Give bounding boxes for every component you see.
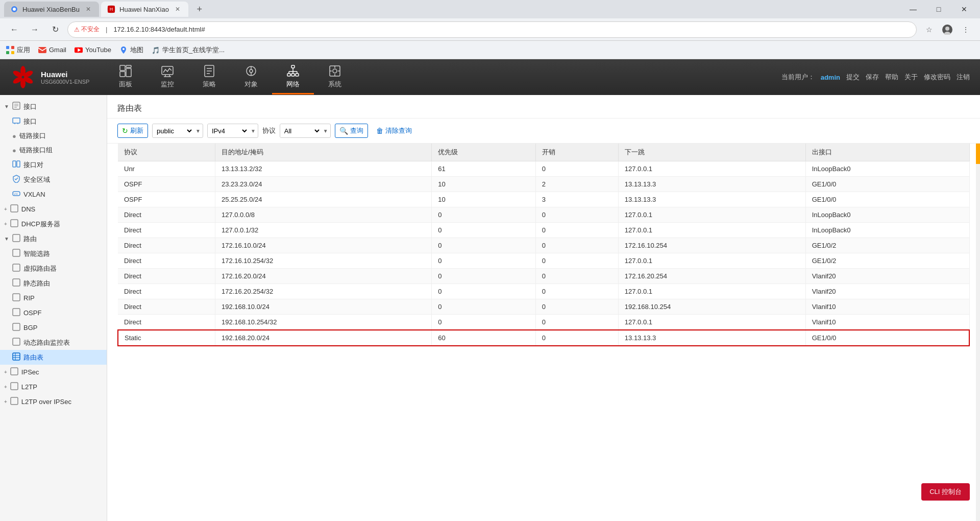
bookmark-youtube[interactable]: YouTube	[75, 46, 111, 54]
scrollbar-track[interactable]	[976, 144, 980, 521]
current-user-value: admin	[821, 74, 840, 81]
table-row[interactable]: Direct192.168.10.0/2400192.168.10.254Vla…	[118, 299, 969, 315]
sidebar-item-link-interface[interactable]: ● 链路接口	[0, 129, 107, 143]
sidebar-item-l2tp[interactable]: + L2TP	[0, 380, 107, 394]
maximize-button[interactable]: □	[927, 2, 950, 17]
nav-items: 面板 监控 策略 对象	[105, 60, 781, 94]
cell-protocol: OSPF	[118, 192, 215, 207]
svg-rect-7	[6, 46, 9, 49]
sidebar-item-link-interface-group[interactable]: ● 链路接口组	[0, 143, 107, 157]
refresh-button[interactable]: ↻ 刷新	[117, 124, 148, 138]
sidebar-item-interface[interactable]: 接口	[0, 114, 107, 129]
sidebar-item-interface-group[interactable]: ▼ 接口	[0, 99, 107, 114]
sidebar-item-dhcp[interactable]: + DHCP服务器	[0, 217, 107, 231]
query-button[interactable]: 🔍 查询	[335, 124, 368, 138]
sidebar-item-vxlan[interactable]: VX VXLAN	[0, 187, 107, 202]
col-priority: 优先级	[432, 144, 535, 161]
table-row[interactable]: Direct172.16.10.254/3200127.0.0.1GE1/0/2	[118, 253, 969, 269]
sidebar-item-static-route[interactable]: 静态路由	[0, 276, 107, 291]
sidebar-item-smart-routing[interactable]: 智能选路	[0, 246, 107, 261]
forward-button[interactable]: →	[27, 21, 43, 38]
table-row[interactable]: Direct172.16.20.254/3200127.0.0.1Vlanif2…	[118, 284, 969, 299]
sidebar-item-routing-group[interactable]: ▼ 路由	[0, 231, 107, 246]
nav-item-network[interactable]: 网络	[272, 60, 314, 94]
bookmark-maps[interactable]: 地图	[119, 45, 143, 55]
cell-priority: 0	[432, 238, 535, 253]
table-row[interactable]: OSPF23.23.23.0/2410213.13.13.3GE1/0/0	[118, 177, 969, 192]
app-body: ▼ 接口 接口 ● 链路接口 ● 链路接口组	[0, 95, 980, 521]
nav-item-object[interactable]: 对象	[230, 60, 272, 94]
minimize-button[interactable]: —	[901, 2, 925, 17]
cell-cost: 0	[535, 161, 618, 177]
tab-1-close[interactable]: ✕	[84, 5, 93, 14]
cell-destination: 13.13.13.2/32	[215, 161, 431, 177]
nav-save[interactable]: 保存	[866, 73, 879, 82]
ip-version-select-group[interactable]: IPv4 ▼	[207, 124, 258, 138]
sidebar-item-virtual-router[interactable]: 虚拟路由器	[0, 261, 107, 276]
table-row[interactable]: Unr13.13.13.2/32610127.0.0.1InLoopBack0	[118, 161, 969, 177]
bookmark-school[interactable]: 🎵 学生首页_在线学堂...	[152, 45, 225, 55]
sidebar-item-security-zone[interactable]: 安全区域	[0, 172, 107, 187]
vrf-select[interactable]: public	[153, 124, 193, 137]
cell-protocol: OSPF	[118, 177, 215, 192]
nav-item-policy[interactable]: 策略	[188, 60, 230, 94]
sidebar-item-dns[interactable]: + DNS	[0, 202, 107, 217]
table-row[interactable]: OSPF25.25.25.0/2410313.13.13.3GE1/0/0	[118, 192, 969, 207]
nav-logout[interactable]: 注销	[957, 73, 970, 82]
clear-query-button[interactable]: 🗑 清除查询	[372, 124, 416, 137]
sidebar-dns-label: DNS	[21, 205, 35, 213]
protocol-select[interactable]: All	[280, 124, 321, 137]
table-row[interactable]: Direct127.0.0.0/800127.0.0.1InLoopBack0	[118, 207, 969, 223]
nav-about[interactable]: 关于	[904, 73, 918, 82]
clear-label: 清除查询	[385, 126, 412, 135]
bookmark-gmail[interactable]: Gmail	[38, 46, 66, 54]
sidebar-item-rip[interactable]: RIP	[0, 291, 107, 305]
table-row[interactable]: Direct172.16.20.0/2400172.16.20.254Vlani…	[118, 269, 969, 284]
new-tab-button[interactable]: +	[192, 2, 207, 16]
cell-cost: 0	[535, 253, 618, 269]
bookmark-star-button[interactable]: ☆	[921, 21, 937, 38]
sidebar-item-interface-pair[interactable]: 接口对	[0, 157, 107, 172]
nav-submit[interactable]: 提交	[846, 73, 860, 82]
tab-2[interactable]: H Huawei NanXiao ✕	[101, 2, 188, 17]
table-row[interactable]: Direct127.0.0.1/3200127.0.0.1InLoopBack0	[118, 223, 969, 238]
refresh-label: 刷新	[130, 126, 143, 135]
tab-2-close[interactable]: ✕	[173, 5, 182, 14]
cell-next_hop: 192.168.10.254	[618, 299, 805, 315]
cell-protocol: Direct	[118, 284, 215, 299]
vrf-select-group[interactable]: public ▼	[152, 124, 203, 138]
sidebar-item-ipsec[interactable]: + IPSec	[0, 365, 107, 380]
protocol-select-group[interactable]: All ▼	[280, 124, 331, 138]
close-button[interactable]: ✕	[952, 2, 976, 17]
cli-button[interactable]: CLI 控制台	[921, 483, 970, 501]
sidebar-item-l2tp-ipsec[interactable]: + L2TP over IPSec	[0, 394, 107, 409]
sidebar-ospf-label: OSPF	[23, 309, 41, 317]
table-row[interactable]: Static192.168.20.0/2460013.13.13.3GE1/0/…	[118, 330, 969, 346]
profile-button[interactable]	[939, 21, 955, 38]
url-bar[interactable]: ⚠ 不安全 | 172.16.2.10:8443/default.html#	[67, 21, 917, 38]
back-button[interactable]: ←	[6, 21, 22, 38]
nav-item-panel[interactable]: 面板	[105, 60, 146, 94]
sidebar-item-ospf[interactable]: OSPF	[0, 305, 107, 320]
gmail-icon	[38, 46, 46, 54]
nav-network-label: 网络	[286, 80, 300, 89]
nav-item-monitor[interactable]: 监控	[146, 60, 188, 94]
tab-1[interactable]: Huawei XiaoBenBu ✕	[4, 2, 99, 17]
reload-button[interactable]: ↻	[47, 21, 63, 38]
svg-rect-41	[296, 74, 299, 76]
bookmark-apps[interactable]: 应用	[6, 45, 30, 55]
sidebar-item-route-table[interactable]: 路由表	[0, 350, 107, 365]
menu-button[interactable]: ⋮	[958, 21, 974, 38]
table-row[interactable]: Direct192.168.10.254/3200127.0.0.1Vlanif…	[118, 315, 969, 330]
nav-help[interactable]: 帮助	[885, 73, 898, 82]
protocol-filter-label: 协议	[262, 126, 276, 135]
svg-text:H: H	[110, 7, 113, 12]
sidebar-item-bgp[interactable]: BGP	[0, 320, 107, 335]
nav-item-system[interactable]: 系统	[314, 60, 356, 94]
table-row[interactable]: Direct172.16.10.0/2400172.16.10.254GE1/0…	[118, 238, 969, 253]
ip-version-select[interactable]: IPv4	[208, 124, 249, 137]
nav-change-password[interactable]: 修改密码	[924, 73, 950, 82]
cell-protocol: Direct	[118, 223, 215, 238]
sidebar-dhcp-label: DHCP服务器	[21, 220, 60, 229]
sidebar-item-route-monitor[interactable]: 动态路由监控表	[0, 335, 107, 350]
